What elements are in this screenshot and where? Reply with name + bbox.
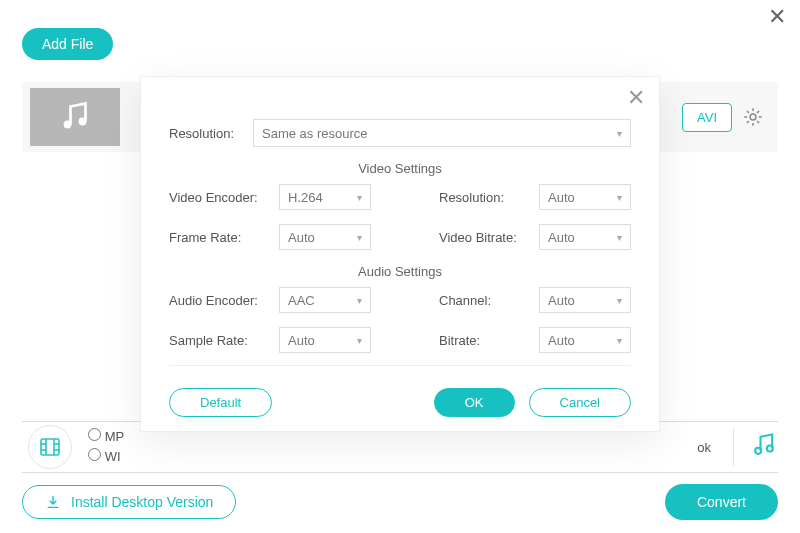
- sample-rate-label: Sample Rate:: [169, 333, 279, 348]
- resolution-value: Same as resource: [262, 126, 368, 141]
- video-encoder-value: H.264: [288, 190, 323, 205]
- chevron-down-icon: ▾: [357, 295, 362, 306]
- audio-icon[interactable]: [750, 431, 778, 463]
- frame-rate-value: Auto: [288, 230, 315, 245]
- radio1-label: MP: [105, 429, 125, 444]
- channel-value: Auto: [548, 293, 575, 308]
- video-settings-title: Video Settings: [169, 161, 631, 176]
- audio-encoder-select[interactable]: AAC▾: [279, 287, 371, 313]
- svg-point-2: [750, 114, 756, 120]
- audio-settings-title: Audio Settings: [169, 264, 631, 279]
- resolution-select[interactable]: Same as resource ▾: [253, 119, 631, 147]
- chevron-down-icon: ▾: [357, 232, 362, 243]
- chevron-down-icon: ▾: [617, 192, 622, 203]
- music-note-icon: [57, 99, 93, 135]
- svg-rect-3: [41, 439, 59, 455]
- add-file-button[interactable]: Add File: [22, 28, 113, 60]
- chevron-down-icon: ▾: [357, 192, 362, 203]
- channel-select[interactable]: Auto▾: [539, 287, 631, 313]
- audio-bitrate-label: Bitrate:: [439, 333, 539, 348]
- default-button[interactable]: Default: [169, 388, 272, 417]
- ok-button[interactable]: OK: [434, 388, 515, 417]
- chevron-down-icon: ▾: [357, 335, 362, 346]
- frame-rate-select[interactable]: Auto▾: [279, 224, 371, 250]
- footer-bar: Install Desktop Version Convert: [22, 481, 778, 523]
- chevron-down-icon: ▾: [617, 232, 622, 243]
- svg-point-1: [79, 118, 87, 126]
- radio-option-2[interactable]: WI: [88, 447, 124, 467]
- video-encoder-label: Video Encoder:: [169, 190, 279, 205]
- gear-icon[interactable]: [742, 106, 764, 128]
- resolution-label: Resolution:: [169, 126, 253, 141]
- channel-label: Channel:: [439, 293, 539, 308]
- chevron-down-icon: ▾: [617, 295, 622, 306]
- install-desktop-button[interactable]: Install Desktop Version: [22, 485, 236, 519]
- settings-modal: ✕ Resolution: Same as resource ▾ Video S…: [140, 76, 660, 432]
- video-resolution-label: Resolution:: [439, 190, 539, 205]
- video-bitrate-select[interactable]: Auto▾: [539, 224, 631, 250]
- video-resolution-value: Auto: [548, 190, 575, 205]
- output-format-button[interactable]: AVI: [682, 103, 732, 132]
- chevron-down-icon: ▾: [617, 335, 622, 346]
- audio-encoder-value: AAC: [288, 293, 315, 308]
- radio2-label: WI: [105, 449, 121, 464]
- divider: [169, 365, 631, 366]
- modal-close-icon[interactable]: ✕: [627, 87, 645, 109]
- sample-rate-select[interactable]: Auto▾: [279, 327, 371, 353]
- video-bitrate-label: Video Bitrate:: [439, 230, 539, 245]
- video-resolution-select[interactable]: Auto▾: [539, 184, 631, 210]
- chevron-down-icon: ▾: [617, 128, 622, 139]
- video-encoder-select[interactable]: H.264▾: [279, 184, 371, 210]
- svg-point-11: [767, 445, 773, 451]
- svg-point-0: [64, 121, 72, 129]
- video-bitrate-value: Auto: [548, 230, 575, 245]
- cancel-button[interactable]: Cancel: [529, 388, 631, 417]
- svg-point-10: [755, 448, 761, 454]
- download-icon: [45, 494, 61, 510]
- audio-bitrate-select[interactable]: Auto▾: [539, 327, 631, 353]
- file-thumbnail: [30, 88, 120, 146]
- convert-button[interactable]: Convert: [665, 484, 778, 520]
- audio-bitrate-value: Auto: [548, 333, 575, 348]
- close-icon[interactable]: ✕: [768, 6, 786, 28]
- bottom-right-text: ok: [697, 440, 717, 455]
- video-icon[interactable]: [28, 425, 72, 469]
- audio-encoder-label: Audio Encoder:: [169, 293, 279, 308]
- frame-rate-label: Frame Rate:: [169, 230, 279, 245]
- divider: [733, 428, 734, 466]
- sample-rate-value: Auto: [288, 333, 315, 348]
- install-label: Install Desktop Version: [71, 494, 213, 510]
- radio-option-1[interactable]: MP: [88, 427, 124, 447]
